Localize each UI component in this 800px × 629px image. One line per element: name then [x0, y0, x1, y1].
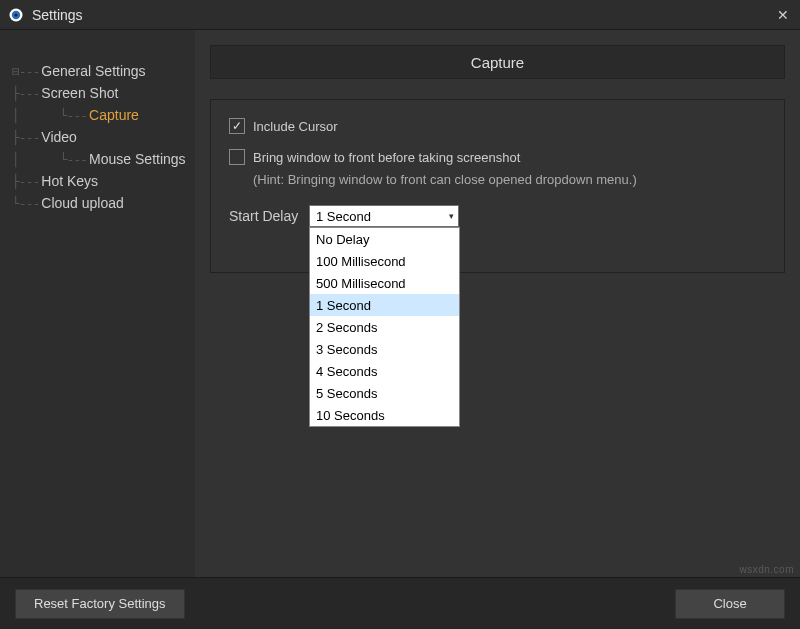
include-cursor-label: Include Cursor	[253, 119, 338, 134]
tree-branch-icon: ⊟---	[12, 64, 39, 79]
tree-label: Mouse Settings	[87, 151, 186, 167]
tree-label: Video	[39, 129, 77, 145]
app-icon	[8, 7, 24, 23]
tree-label: Hot Keys	[39, 173, 98, 189]
delay-option-2s[interactable]: 2 Seconds	[310, 316, 459, 338]
panel-title: Capture	[210, 45, 785, 79]
start-delay-dropdown: No Delay 100 Millisecond 500 Millisecond…	[309, 227, 460, 427]
delay-option-500ms[interactable]: 500 Millisecond	[310, 272, 459, 294]
svg-point-2	[14, 13, 17, 16]
delay-option-100ms[interactable]: 100 Millisecond	[310, 250, 459, 272]
include-cursor-row: Include Cursor	[229, 118, 766, 134]
footer: Reset Factory Settings Close	[0, 577, 800, 629]
delay-option-3s[interactable]: 3 Seconds	[310, 338, 459, 360]
chevron-down-icon: ▾	[449, 211, 454, 221]
include-cursor-checkbox[interactable]	[229, 118, 245, 134]
start-delay-value: 1 Second	[316, 209, 371, 224]
bring-to-front-label: Bring window to front before taking scre…	[253, 150, 520, 165]
tree-item-cloud-upload[interactable]: └--- Cloud upload	[12, 192, 195, 214]
content-area: Capture Include Cursor Bring window to f…	[195, 30, 800, 577]
start-delay-select[interactable]: 1 Second ▾ No Delay 100 Millisecond 500 …	[309, 205, 459, 227]
tree-label: Cloud upload	[39, 195, 124, 211]
titlebar: Settings ✕	[0, 0, 800, 30]
start-delay-row: Start Delay 1 Second ▾ No Delay 100 Mill…	[229, 205, 766, 227]
delay-option-4s[interactable]: 4 Seconds	[310, 360, 459, 382]
tree-item-general-settings[interactable]: ⊟--- General Settings	[12, 60, 195, 82]
tree-branch-icon: └---	[12, 196, 39, 211]
watermark: wsxdn.com	[739, 564, 794, 575]
tree-branch-icon: │ └---	[12, 108, 87, 123]
tree-item-hot-keys[interactable]: ├--- Hot Keys	[12, 170, 195, 192]
tree-branch-icon: │ └---	[12, 152, 87, 167]
tree-label: Screen Shot	[39, 85, 118, 101]
delay-option-1s[interactable]: 1 Second	[310, 294, 459, 316]
close-button[interactable]: Close	[675, 589, 785, 619]
tree-item-capture[interactable]: │ └--- Capture	[12, 104, 195, 126]
tree-item-video[interactable]: ├--- Video	[12, 126, 195, 148]
bring-to-front-row: Bring window to front before taking scre…	[229, 149, 766, 165]
bring-to-front-checkbox[interactable]	[229, 149, 245, 165]
tree-branch-icon: ├---	[12, 130, 39, 145]
close-icon[interactable]: ✕	[774, 6, 792, 24]
delay-option-10s[interactable]: 10 Seconds	[310, 404, 459, 426]
tree-label: General Settings	[39, 63, 145, 79]
delay-option-5s[interactable]: 5 Seconds	[310, 382, 459, 404]
window-title: Settings	[32, 7, 774, 23]
panel-body: Include Cursor Bring window to front bef…	[210, 99, 785, 273]
delay-option-no-delay[interactable]: No Delay	[310, 228, 459, 250]
settings-tree: ⊟--- General Settings ├--- Screen Shot │…	[0, 30, 195, 577]
tree-item-screen-shot[interactable]: ├--- Screen Shot	[12, 82, 195, 104]
start-delay-label: Start Delay	[229, 208, 309, 224]
bring-to-front-hint: (Hint: Bringing window to front can clos…	[253, 172, 766, 187]
tree-item-mouse-settings[interactable]: │ └--- Mouse Settings	[12, 148, 195, 170]
reset-factory-button[interactable]: Reset Factory Settings	[15, 589, 185, 619]
tree-label: Capture	[87, 107, 139, 123]
tree-branch-icon: ├---	[12, 86, 39, 101]
tree-branch-icon: ├---	[12, 174, 39, 189]
